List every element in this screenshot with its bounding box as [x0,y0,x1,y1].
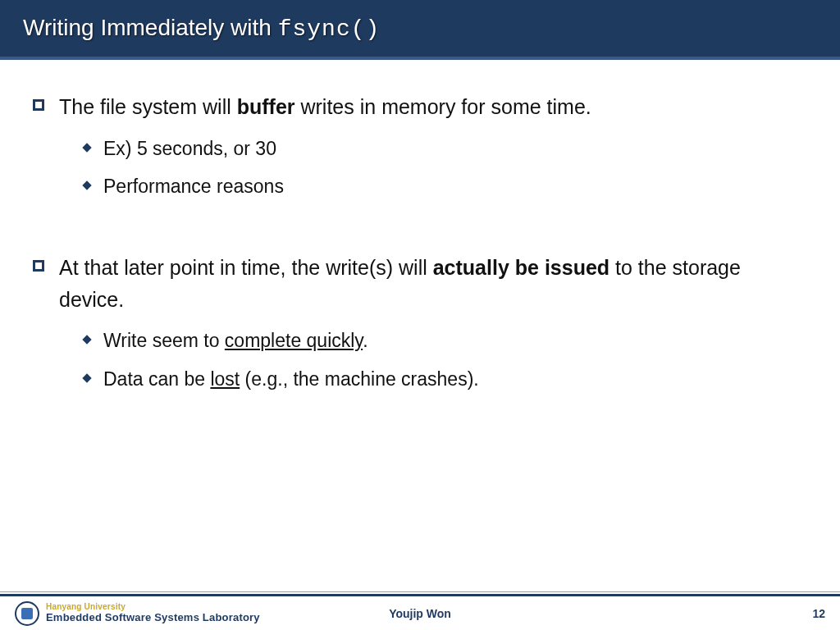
diamond-bullet-icon [82,373,91,382]
list-item: The file system will buffer writes in me… [33,91,794,123]
org-name-line2: Embedded Software Systems Laboratory [46,612,260,623]
org-logo: Hanyang University Embedded Software Sys… [15,601,260,626]
diamond-bullet-icon [82,143,91,152]
square-bullet-icon [33,260,44,272]
list-item: Write seem to complete quickly. [84,326,794,355]
diamond-bullet-icon [82,181,91,190]
title-code: fsync() [278,16,381,42]
bullet-text: At that later point in time, the write(s… [59,252,794,316]
bullet-text: The file system will buffer writes in me… [59,91,794,123]
sub-bullet-text: Write seem to complete quickly. [103,326,368,355]
list-item: Ex) 5 seconds, or 30 [84,135,794,163]
title-prefix: Writing Immediately with [23,15,278,40]
list-item: At that later point in time, the write(s… [33,252,794,316]
square-bullet-icon [33,99,44,111]
author-name: Youjip Won [389,607,451,620]
slide-title: Writing Immediately with fsync() [23,15,817,42]
sub-bullet-text: Data can be lost (e.g., the machine cras… [103,365,479,394]
footer: Hanyang University Embedded Software Sys… [0,594,840,630]
list-item: Data can be lost (e.g., the machine cras… [84,365,794,394]
page-number: 12 [812,607,825,620]
sub-bullet-text: Performance reasons [103,172,284,201]
title-bar: Writing Immediately with fsync() [0,0,840,60]
diamond-bullet-icon [82,336,91,345]
university-seal-icon [15,601,39,626]
list-item: Performance reasons [84,172,794,201]
slide-content: The file system will buffer writes in me… [0,60,840,393]
sub-bullet-text: Ex) 5 seconds, or 30 [103,135,276,163]
